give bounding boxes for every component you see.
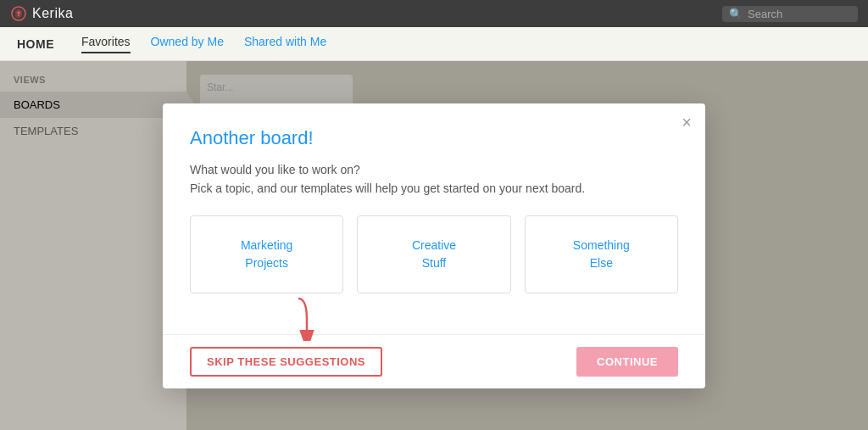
top-bar: Kerika 🔍 Search bbox=[0, 0, 868, 27]
topic-cards: MarketingProjects CreativeStuff Somethin… bbox=[190, 215, 678, 293]
dialog-question: What would you like to work on? bbox=[190, 163, 678, 176]
nav-tabs: Favorites Owned by Me Shared with Me bbox=[81, 35, 326, 53]
dialog-body: × Another board! What would you like to … bbox=[163, 103, 705, 334]
search-area[interactable]: 🔍 Search bbox=[722, 6, 858, 22]
skip-suggestions-button[interactable]: SKIP THESE SUGGESTIONS bbox=[190, 347, 382, 377]
tab-owned-by-me[interactable]: Owned by Me bbox=[151, 35, 224, 53]
main-content: VIEWS BOARDS TEMPLATES Star... Kerika ma… bbox=[0, 61, 868, 430]
topic-card-creative[interactable]: CreativeStuff bbox=[357, 215, 510, 293]
topic-label-something: SomethingElse bbox=[573, 237, 630, 272]
nav-home[interactable]: HOME bbox=[17, 37, 54, 51]
topic-card-something[interactable]: SomethingElse bbox=[525, 215, 678, 293]
logo-area: Kerika bbox=[10, 5, 73, 22]
continue-button[interactable]: CONTINUE bbox=[576, 347, 678, 377]
search-icon: 🔍 bbox=[729, 8, 743, 20]
dialog-footer: SKIP THESE SUGGESTIONS CONTINUE bbox=[163, 334, 705, 388]
topic-card-marketing[interactable]: MarketingProjects bbox=[190, 215, 343, 293]
topic-label-creative: CreativeStuff bbox=[412, 237, 456, 272]
logo-icon bbox=[10, 5, 27, 22]
search-input-placeholder: Search bbox=[748, 8, 782, 20]
dialog-title: Another board! bbox=[190, 127, 678, 149]
dialog-close-button[interactable]: × bbox=[682, 114, 692, 131]
topic-label-marketing: MarketingProjects bbox=[241, 237, 292, 272]
tab-shared-with-me[interactable]: Shared with Me bbox=[244, 35, 326, 53]
logo-text: Kerika bbox=[32, 6, 73, 21]
tab-favorites[interactable]: Favorites bbox=[81, 35, 131, 53]
modal-overlay: × Another board! What would you like to … bbox=[0, 61, 868, 430]
arrow-icon bbox=[273, 294, 324, 341]
dialog-hint: Pick a topic, and our templates will hel… bbox=[190, 181, 678, 195]
arrow-container bbox=[273, 294, 324, 344]
secondary-nav: HOME Favorites Owned by Me Shared with M… bbox=[0, 27, 868, 61]
dialog: × Another board! What would you like to … bbox=[163, 103, 705, 388]
